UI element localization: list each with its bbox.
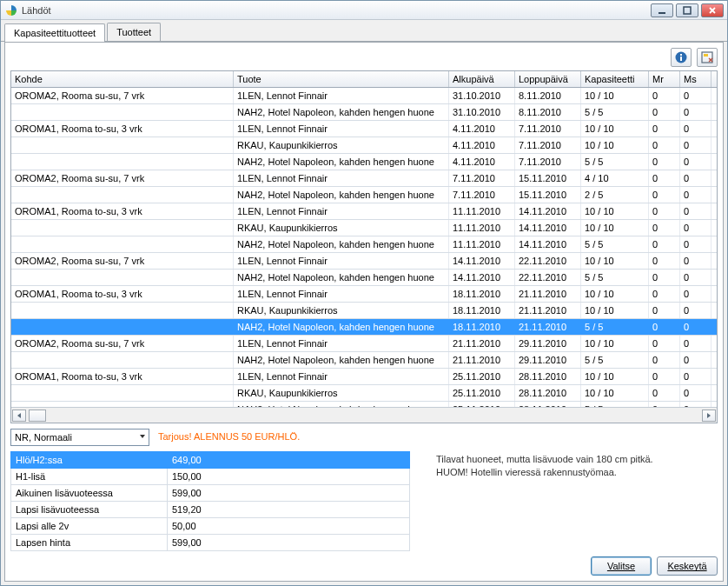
table-row[interactable]: NAH2, Hotel Napoleon, kahden hengen huon… (11, 319, 717, 336)
cell-mr: 0 (649, 236, 680, 252)
cell-ms: 0 (680, 303, 711, 318)
select-button-toolbar[interactable] (697, 48, 718, 67)
price-row[interactable]: Lapsi lisävuoteessa519,20 (11, 502, 410, 518)
tab-kapasiteettituotteet[interactable]: Kapasiteettituotteet (4, 23, 105, 42)
table-row[interactable]: NAH2, Hotel Napoleon, kahden hengen huon… (11, 187, 717, 203)
col-header-kap[interactable]: Kapasiteetti (581, 71, 649, 87)
cell-loppu: 8.11.2010 (515, 88, 581, 103)
cell-alku: 18.11.2010 (449, 286, 515, 302)
cell-tuote: RKAU, Kaupunkikierros (234, 220, 449, 236)
table-row[interactable]: OROMA2, Rooma su-su, 7 vrk1LEN, Lennot F… (11, 88, 717, 104)
cell-kohde (11, 303, 234, 318)
table-row[interactable]: NAH2, Hotel Napoleon, kahden hengen huon… (11, 270, 717, 286)
table-row[interactable]: RKAU, Kaupunkikierros4.11.20107.11.20101… (11, 137, 717, 154)
cell-alku: 18.11.2010 (449, 319, 515, 335)
minimize-button[interactable] (651, 3, 673, 17)
table-row[interactable]: RKAU, Kaupunkikierros25.11.201028.11.201… (11, 385, 717, 402)
close-button[interactable] (701, 3, 724, 17)
cell-alku: 18.11.2010 (449, 303, 515, 318)
cell-alku: 11.11.2010 (449, 203, 515, 219)
table-row[interactable]: OROMA2, Rooma su-su, 7 vrk1LEN, Lennot F… (11, 336, 717, 352)
price-row[interactable]: Lapsen hinta599,00 (11, 535, 410, 551)
table-row[interactable]: NAH2, Hotel Napoleon, kahden hengen huon… (11, 352, 717, 369)
cell-kohde (11, 385, 234, 401)
cell-ms: 0 (680, 236, 711, 252)
price-row[interactable]: H1-lisä150,00 (11, 469, 410, 485)
cell-loppu: 14.11.2010 (515, 236, 581, 252)
table-row[interactable]: OROMA1, Rooma to-su, 3 vrk1LEN, Lennot F… (11, 286, 717, 303)
col-header-kohde[interactable]: Kohde (11, 71, 234, 87)
table-row[interactable]: OROMA1, Rooma to-su, 3 vrk1LEN, Lennot F… (11, 121, 717, 137)
cancel-button[interactable]: Keskeytä (657, 556, 718, 576)
cell-mr: 0 (649, 203, 680, 219)
col-header-mr[interactable]: Mr (649, 71, 680, 87)
table-row[interactable]: OROMA2, Rooma su-su, 7 vrk1LEN, Lennot F… (11, 170, 717, 187)
cell-loppu: 21.11.2010 (515, 286, 581, 302)
cell-kap: 5 / 5 (581, 270, 649, 285)
cell-tuote: 1LEN, Lennot Finnair (234, 121, 449, 137)
cell-mr: 0 (649, 104, 680, 120)
cell-kap: 10 / 10 (581, 336, 649, 351)
price-category-dropdown[interactable]: NR, Normaali (10, 429, 149, 446)
price-value: 599,00 (168, 535, 410, 551)
price-row[interactable]: Lapsi alle 2v50,00 (11, 518, 410, 535)
price-label: Lapsi alle 2v (11, 518, 168, 535)
grid-body[interactable]: OROMA2, Rooma su-su, 7 vrk1LEN, Lennot F… (11, 88, 717, 407)
cell-kap: 10 / 10 (581, 88, 649, 103)
scroll-thumb[interactable] (29, 410, 46, 422)
cell-ms: 0 (680, 104, 711, 120)
cell-loppu: 14.11.2010 (515, 220, 581, 236)
horizontal-scrollbar[interactable] (11, 407, 717, 423)
table-row[interactable]: OROMA1, Rooma to-su, 3 vrk1LEN, Lennot F… (11, 203, 717, 220)
info-button[interactable] (671, 48, 692, 67)
cell-kohde: OROMA2, Rooma su-su, 7 vrk (11, 170, 234, 186)
svg-rect-4 (680, 57, 682, 61)
cell-ms: 0 (680, 121, 711, 137)
cell-tuote: RKAU, Kaupunkikierros (234, 137, 449, 153)
cell-tuote: 1LEN, Lennot Finnair (234, 170, 449, 186)
cell-kohde: OROMA2, Rooma su-su, 7 vrk (11, 336, 234, 351)
maximize-button[interactable] (676, 3, 698, 17)
col-header-alku[interactable]: Alkupäivä (449, 71, 515, 87)
table-row[interactable]: NAH2, Hotel Napoleon, kahden hengen huon… (11, 154, 717, 170)
cell-ms: 0 (680, 253, 711, 269)
table-row[interactable]: RKAU, Kaupunkikierros18.11.201021.11.201… (11, 303, 717, 319)
col-header-loppu[interactable]: Loppupäivä (515, 71, 581, 87)
cell-kap: 10 / 10 (581, 303, 649, 318)
price-row[interactable]: Aikuinen lisävuoteessa599,00 (11, 485, 410, 502)
col-header-tuote[interactable]: Tuote (234, 71, 449, 87)
cell-loppu: 29.11.2010 (515, 352, 581, 368)
cell-mr: 0 (649, 187, 680, 203)
cell-alku: 21.11.2010 (449, 352, 515, 368)
table-row[interactable]: NAH2, Hotel Napoleon, kahden hengen huon… (11, 236, 717, 253)
cell-tuote: NAH2, Hotel Napoleon, kahden hengen huon… (234, 270, 449, 285)
cell-mr: 0 (649, 303, 680, 318)
cell-kohde (11, 236, 234, 252)
cell-tuote: NAH2, Hotel Napoleon, kahden hengen huon… (234, 187, 449, 203)
col-header-ms[interactable]: Ms (680, 71, 711, 87)
departures-grid: Kohde Tuote Alkupäivä Loppupäivä Kapasit… (10, 70, 718, 423)
cell-loppu: 7.11.2010 (515, 154, 581, 170)
cell-kap: 10 / 10 (581, 220, 649, 236)
app-window: Lähdöt Kapasiteettituotteet Tuotteet Koh… (0, 0, 728, 586)
select-button[interactable]: Valitse (591, 556, 652, 576)
cell-tuote: NAH2, Hotel Napoleon, kahden hengen huon… (234, 236, 449, 252)
cell-mr: 0 (649, 270, 680, 285)
scroll-right-button[interactable] (702, 410, 716, 422)
cell-tuote: NAH2, Hotel Napoleon, kahden hengen huon… (234, 352, 449, 368)
cell-ms: 0 (680, 369, 711, 384)
scroll-left-button[interactable] (12, 410, 26, 422)
table-row[interactable]: RKAU, Kaupunkikierros11.11.201014.11.201… (11, 220, 717, 236)
tab-tuotteet[interactable]: Tuotteet (107, 23, 161, 41)
table-row[interactable]: OROMA2, Rooma su-su, 7 vrk1LEN, Lennot F… (11, 253, 717, 270)
cell-mr: 0 (649, 286, 680, 302)
cell-alku: 14.11.2010 (449, 270, 515, 285)
cell-loppu: 22.11.2010 (515, 253, 581, 269)
table-row[interactable]: OROMA1, Rooma to-su, 3 vrk1LEN, Lennot F… (11, 369, 717, 385)
cell-tuote: NAH2, Hotel Napoleon, kahden hengen huon… (234, 104, 449, 120)
cell-alku: 14.11.2010 (449, 253, 515, 269)
price-label: Lapsen hinta (11, 535, 168, 551)
table-row[interactable]: NAH2, Hotel Napoleon, kahden hengen huon… (11, 104, 717, 121)
cell-tuote: 1LEN, Lennot Finnair (234, 336, 449, 351)
price-row[interactable]: Hlö/H2:ssa649,00 (11, 452, 410, 469)
